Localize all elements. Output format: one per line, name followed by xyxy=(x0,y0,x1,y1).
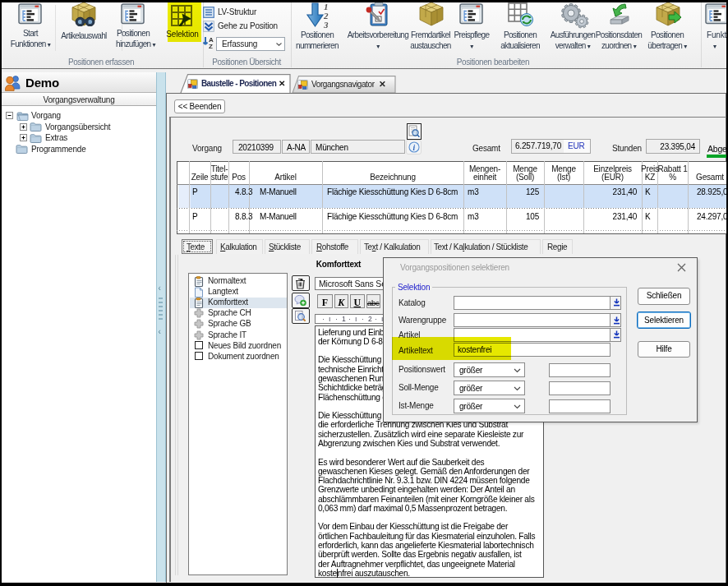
svg-text:Z: Z xyxy=(209,43,213,50)
svg-text:3: 3 xyxy=(323,20,329,30)
